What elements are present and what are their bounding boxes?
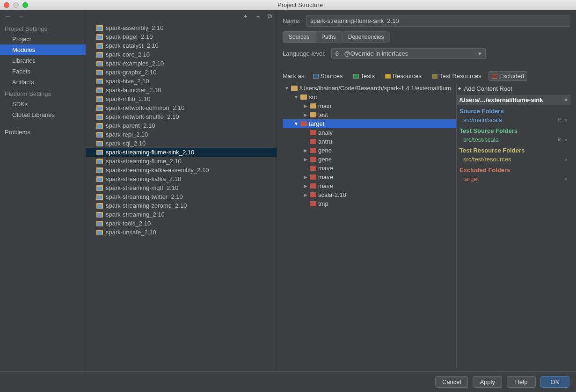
module-icon bbox=[96, 105, 103, 111]
tab-paths[interactable]: Paths bbox=[315, 31, 342, 43]
module-row[interactable]: spark-network-shuffle_2.10 bbox=[86, 112, 277, 121]
tree-item-main[interactable]: main bbox=[318, 102, 331, 109]
tree-item-src[interactable]: src bbox=[309, 94, 317, 101]
tab-sources[interactable]: Sources bbox=[283, 31, 315, 43]
mark-excluded-button[interactable]: Excluded bbox=[489, 71, 527, 81]
module-row[interactable]: spark-streaming-twitter_2.10 bbox=[86, 192, 277, 201]
tree-item[interactable]: mave bbox=[318, 182, 333, 189]
sidebar-item-problems[interactable]: Problems bbox=[0, 127, 86, 138]
module-row[interactable]: spark-streaming-kafka-assembly_2.10 bbox=[86, 166, 277, 174]
cancel-button[interactable]: Cancel bbox=[435, 376, 468, 388]
tree-root[interactable]: /Users/ihainan/Code/Research/spark-1.4.1… bbox=[299, 85, 451, 92]
minimize-window-icon[interactable] bbox=[13, 2, 19, 8]
section-project-settings: Project Settings bbox=[0, 22, 86, 34]
module-row[interactable]: spark-unsafe_2.10 bbox=[86, 228, 277, 237]
module-row[interactable]: spark-examples_2.10 bbox=[86, 59, 277, 68]
add-icon[interactable]: ＋ bbox=[242, 12, 248, 21]
tree-item[interactable]: tmp bbox=[318, 200, 328, 207]
module-row[interactable]: spark-network-common_2.10 bbox=[86, 103, 277, 112]
sidebar-item-facets[interactable]: Facets bbox=[0, 66, 86, 77]
mark-test-resources-button[interactable]: Test Resources bbox=[429, 71, 485, 81]
test-source-folder-item[interactable]: src/test/scalaP..× bbox=[457, 135, 570, 144]
module-label: spark-streaming-twitter_2.10 bbox=[106, 193, 183, 200]
module-icon bbox=[96, 34, 103, 40]
module-icon bbox=[96, 132, 103, 138]
sidebar-item-project[interactable]: Project bbox=[0, 34, 86, 44]
sidebar-item-libraries[interactable]: Libraries bbox=[0, 55, 86, 66]
close-icon[interactable]: × bbox=[565, 137, 568, 143]
module-label: spark-streaming-zeromq_2.10 bbox=[106, 202, 187, 209]
remove-content-root-icon[interactable]: × bbox=[564, 96, 568, 103]
module-row[interactable]: spark-mllib_2.10 bbox=[86, 94, 277, 103]
module-row[interactable]: spark-tools_2.10 bbox=[86, 219, 277, 228]
sidebar-item-sdks[interactable]: SDKs bbox=[0, 99, 86, 109]
tree-item[interactable]: mave bbox=[318, 174, 333, 181]
content-root-row[interactable]: /Users/…/external/flume-sink × bbox=[457, 95, 570, 105]
module-icon bbox=[96, 230, 103, 235]
ok-button[interactable]: OK bbox=[540, 376, 569, 388]
mark-sources-button[interactable]: Sources bbox=[310, 71, 346, 81]
tree-item-test[interactable]: test bbox=[318, 111, 328, 118]
remove-icon[interactable]: － bbox=[255, 12, 261, 21]
tree-item-target[interactable]: target bbox=[309, 120, 324, 127]
test-resource-folder-item[interactable]: src/test/resources× bbox=[457, 155, 570, 164]
module-row[interactable]: spark-launcher_2.10 bbox=[86, 86, 277, 94]
folder-red-icon bbox=[310, 139, 316, 144]
sidebar-item-global-libraries[interactable]: Global Libraries bbox=[0, 109, 86, 120]
module-row[interactable]: spark-streaming_2.10 bbox=[86, 210, 277, 219]
module-label: spark-sql_2.10 bbox=[106, 140, 146, 147]
add-content-root-icon[interactable]: + bbox=[458, 85, 461, 92]
close-icon[interactable]: × bbox=[565, 117, 568, 123]
forward-icon[interactable]: → bbox=[18, 13, 24, 20]
module-label: spark-network-shuffle_2.10 bbox=[106, 113, 179, 120]
module-name-input[interactable] bbox=[306, 15, 570, 27]
folder-red-icon bbox=[310, 174, 316, 180]
tree-item[interactable]: gene bbox=[318, 147, 332, 154]
module-label: spark-streaming_2.10 bbox=[106, 211, 165, 218]
module-label: spark-core_2.10 bbox=[106, 51, 150, 58]
help-button[interactable]: Help bbox=[507, 376, 536, 388]
module-row[interactable]: spark-graphx_2.10 bbox=[86, 68, 277, 77]
module-row[interactable]: spark-streaming-flume-sink_2.10 bbox=[86, 148, 277, 157]
source-folder-item[interactable]: src/main/scalaP..× bbox=[457, 116, 570, 124]
mark-tests-button[interactable]: Tests bbox=[350, 71, 378, 81]
module-row[interactable]: spark-catalyst_2.10 bbox=[86, 41, 277, 50]
module-row[interactable]: spark-hive_2.10 bbox=[86, 77, 277, 86]
module-row[interactable]: spark-parent_2.10 bbox=[86, 121, 277, 130]
module-row[interactable]: spark-streaming-zeromq_2.10 bbox=[86, 201, 277, 210]
tree-item[interactable]: scala-2.10 bbox=[318, 191, 346, 198]
module-label: spark-examples_2.10 bbox=[106, 60, 164, 67]
close-icon[interactable]: × bbox=[565, 157, 568, 162]
module-row[interactable]: spark-core_2.10 bbox=[86, 50, 277, 59]
module-row[interactable]: spark-assembly_2.10 bbox=[86, 23, 277, 32]
excluded-folder-item[interactable]: target× bbox=[457, 174, 570, 183]
module-icon bbox=[96, 203, 103, 209]
tree-item[interactable]: gene bbox=[318, 156, 332, 163]
module-icon bbox=[96, 194, 103, 200]
module-row[interactable]: spark-bagel_2.10 bbox=[86, 32, 277, 41]
tree-item[interactable]: antru bbox=[318, 138, 332, 145]
copy-icon[interactable]: ⧉ bbox=[268, 13, 272, 20]
module-icon bbox=[96, 176, 103, 182]
module-row[interactable]: spark-streaming-kafka_2.10 bbox=[86, 174, 277, 183]
module-label: spark-unsafe_2.10 bbox=[106, 229, 156, 236]
back-icon[interactable]: ← bbox=[5, 13, 11, 20]
module-row[interactable]: spark-repl_2.10 bbox=[86, 130, 277, 139]
sidebar-item-artifacts[interactable]: Artifacts bbox=[0, 77, 86, 87]
apply-button[interactable]: Apply bbox=[473, 376, 502, 388]
module-row[interactable]: spark-streaming-mqtt_2.10 bbox=[86, 183, 277, 192]
zoom-window-icon[interactable] bbox=[22, 2, 28, 8]
close-icon[interactable]: × bbox=[565, 176, 568, 182]
tab-dependencies[interactable]: Dependencies bbox=[342, 31, 390, 43]
tree-item[interactable]: analy bbox=[318, 129, 333, 136]
add-content-root-label[interactable]: Add Content Root bbox=[464, 85, 512, 92]
sidebar-item-modules[interactable]: Modules bbox=[0, 44, 86, 55]
language-level-select[interactable]: 6 - @Override in interfaces ▾ bbox=[331, 48, 486, 59]
module-row[interactable]: spark-sql_2.10 bbox=[86, 139, 277, 148]
folder-tree[interactable]: ▼/Users/ihainan/Code/Research/spark-1.4.… bbox=[283, 84, 456, 368]
close-window-icon[interactable] bbox=[4, 2, 9, 8]
source-folders-header: Source Folders bbox=[457, 105, 570, 116]
mark-resources-button[interactable]: Resources bbox=[382, 71, 425, 81]
tree-item[interactable]: mave bbox=[318, 165, 333, 172]
module-row[interactable]: spark-streaming-flume_2.10 bbox=[86, 157, 277, 166]
